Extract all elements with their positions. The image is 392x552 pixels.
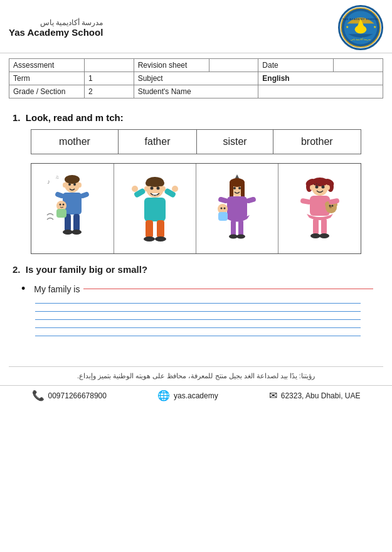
svg-rect-85 xyxy=(300,198,311,204)
svg-point-59 xyxy=(221,207,223,209)
q1-text: Look, read and m tch: xyxy=(26,112,124,123)
main-content: 1. Look, read and m tch: mother father s… xyxy=(0,104,392,348)
grade-label: Grade / Section xyxy=(9,85,85,98)
vision-statement: رؤيتنا: يدًا بيد لصداعة الغد بجيل منتج ل… xyxy=(9,366,383,380)
q1-number: 1. xyxy=(13,112,21,123)
website-url: yas.academy xyxy=(174,391,218,400)
subject-label: Subject xyxy=(134,72,258,85)
writing-line-1 xyxy=(35,303,361,304)
grade-value: 2 xyxy=(85,85,134,98)
writing-line-3 xyxy=(35,319,361,320)
word-sister: sister xyxy=(197,130,273,154)
phone-number: 00971266678900 xyxy=(48,391,107,400)
svg-rect-44 xyxy=(157,220,164,238)
svg-point-31 xyxy=(152,178,158,184)
writing-lines xyxy=(35,303,373,336)
svg-point-34 xyxy=(150,186,153,189)
svg-rect-88 xyxy=(321,218,327,235)
svg-point-11 xyxy=(65,175,80,184)
q2-text: Is your family big or small? xyxy=(26,264,147,275)
svg-point-84 xyxy=(329,204,331,206)
answer-row: • My family is xyxy=(19,282,379,295)
svg-point-64 xyxy=(236,234,245,238)
revision-value xyxy=(209,59,258,72)
writing-line-2 xyxy=(35,311,361,312)
svg-rect-56 xyxy=(245,196,257,204)
svg-rect-20 xyxy=(73,214,80,231)
svg-point-74 xyxy=(321,185,324,188)
assessment-value xyxy=(85,59,134,72)
svg-point-41 xyxy=(132,186,138,192)
svg-point-25 xyxy=(60,203,61,205)
svg-point-14 xyxy=(68,183,71,186)
term-label: Term xyxy=(9,72,85,85)
father-baby-svg: ♪ ♫ xyxy=(44,171,100,247)
svg-rect-87 xyxy=(313,218,319,235)
mail-icon: ✉ xyxy=(269,390,277,401)
word-brother: brother xyxy=(273,130,361,154)
student-name-value xyxy=(258,85,383,98)
svg-text:♫: ♫ xyxy=(55,174,59,180)
svg-point-12 xyxy=(63,183,66,188)
image-brother xyxy=(114,164,196,253)
svg-point-90 xyxy=(319,233,329,238)
svg-point-72 xyxy=(326,185,330,190)
svg-point-13 xyxy=(78,183,82,188)
student-name-label: Student's Name xyxy=(134,85,258,98)
school-name-arabic: مدرسة أكاديمية ياس xyxy=(9,18,103,27)
footer: 📞 00971266678900 🌐 yas.academy ✉ 62323, … xyxy=(0,385,392,406)
svg-point-15 xyxy=(73,183,76,186)
svg-point-21 xyxy=(63,230,73,235)
svg-rect-51 xyxy=(241,183,245,198)
bullet-point: • xyxy=(21,282,25,295)
svg-rect-55 xyxy=(218,196,229,204)
subject-value: English xyxy=(258,72,383,85)
svg-point-22 xyxy=(72,230,82,235)
address-text: 62323, Abu Dhabi, UAE xyxy=(281,391,361,400)
svg-point-30 xyxy=(158,180,164,186)
image-father-baby: ♪ ♫ xyxy=(31,164,114,253)
image-mother-baby xyxy=(196,164,278,253)
svg-rect-54 xyxy=(227,196,247,219)
writing-line-4 xyxy=(35,327,361,328)
word-father: father xyxy=(118,130,197,154)
mother-baby-svg xyxy=(209,171,265,247)
svg-point-46 xyxy=(155,236,166,242)
info-table: Assessment Revision sheet Date Term 1 Su… xyxy=(9,58,383,98)
svg-point-71 xyxy=(310,185,314,190)
svg-point-35 xyxy=(156,186,159,189)
q2-number: 2. xyxy=(13,264,21,275)
sister-svg xyxy=(292,171,348,247)
date-label: Date xyxy=(258,59,334,72)
brother-svg xyxy=(127,171,183,247)
footer-website: 🌐 yas.academy xyxy=(157,390,218,401)
globe-icon: 🌐 xyxy=(157,390,170,401)
word-mother: mother xyxy=(31,130,119,154)
svg-point-45 xyxy=(144,236,155,242)
assessment-label: Assessment xyxy=(9,59,85,72)
answer-underline-red xyxy=(83,289,373,289)
svg-point-53 xyxy=(238,187,241,189)
footer-phone: 📞 00971266678900 xyxy=(32,390,107,401)
svg-point-26 xyxy=(63,203,65,205)
svg-text:★: ★ xyxy=(346,25,349,29)
svg-point-68 xyxy=(312,178,328,186)
svg-rect-86 xyxy=(328,198,339,204)
my-family-prompt: My family is xyxy=(34,284,80,294)
revision-label: Revision sheet xyxy=(134,59,209,72)
image-sister xyxy=(278,164,360,253)
question2-title: 2. Is your family big or small? xyxy=(13,264,379,275)
svg-point-42 xyxy=(172,186,178,192)
svg-point-73 xyxy=(315,185,318,188)
word-table: mother father sister brother xyxy=(31,129,361,154)
svg-rect-38 xyxy=(144,198,166,221)
svg-point-52 xyxy=(233,187,236,189)
footer-address: ✉ 62323, Abu Dhabi, UAE xyxy=(269,390,361,401)
svg-text:♪: ♪ xyxy=(47,178,50,185)
svg-rect-61 xyxy=(231,220,236,236)
svg-rect-43 xyxy=(146,220,153,238)
svg-rect-62 xyxy=(238,220,243,236)
svg-rect-50 xyxy=(230,183,233,198)
svg-rect-58 xyxy=(218,212,228,221)
svg-point-60 xyxy=(224,207,226,209)
